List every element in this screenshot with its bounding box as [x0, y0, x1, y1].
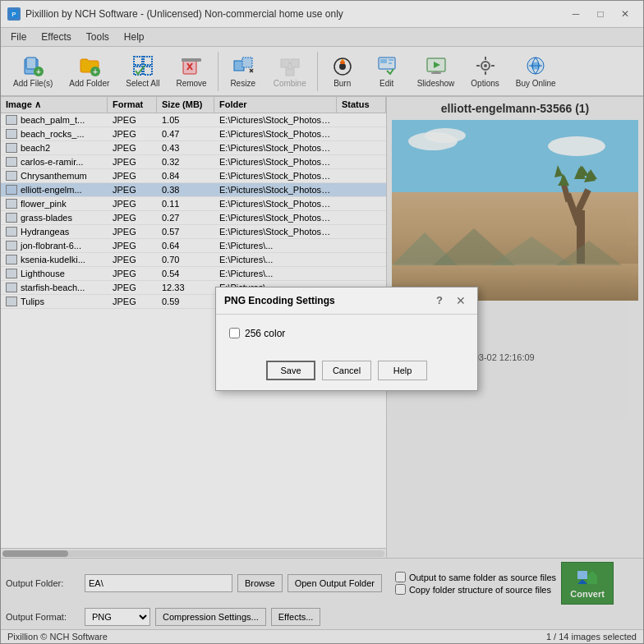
dialog-overlay: PNG Encoding Settings ? ✕ 256 color Save…	[0, 0, 644, 644]
dialog-help-icon[interactable]: ?	[431, 292, 448, 309]
dialog-buttons: Save Cancel Help	[216, 356, 477, 390]
dialog-256color-checkbox[interactable]	[229, 328, 240, 338]
dialog-title: PNG Encoding Settings	[224, 295, 335, 306]
dialog-close-button[interactable]: ✕	[453, 292, 469, 309]
dialog-title-bar: PNG Encoding Settings ? ✕	[216, 288, 477, 315]
dialog-save-button[interactable]: Save	[266, 361, 315, 380]
png-encoding-dialog: PNG Encoding Settings ? ✕ 256 color Save…	[215, 287, 478, 391]
dialog-256color-label: 256 color	[245, 328, 285, 339]
dialog-cancel-button[interactable]: Cancel	[322, 361, 371, 380]
dialog-title-controls: ? ✕	[431, 292, 469, 309]
dialog-256color-row: 256 color	[229, 328, 464, 339]
dialog-help-button[interactable]: Help	[378, 361, 427, 380]
dialog-body: 256 color	[216, 315, 477, 356]
